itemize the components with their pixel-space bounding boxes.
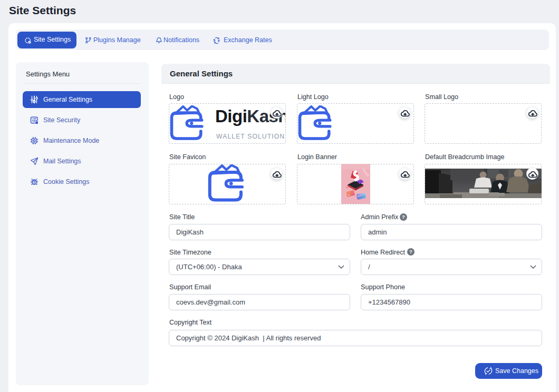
svg-text:¥: ¥ <box>218 39 220 43</box>
svg-text:$: $ <box>213 38 215 43</box>
